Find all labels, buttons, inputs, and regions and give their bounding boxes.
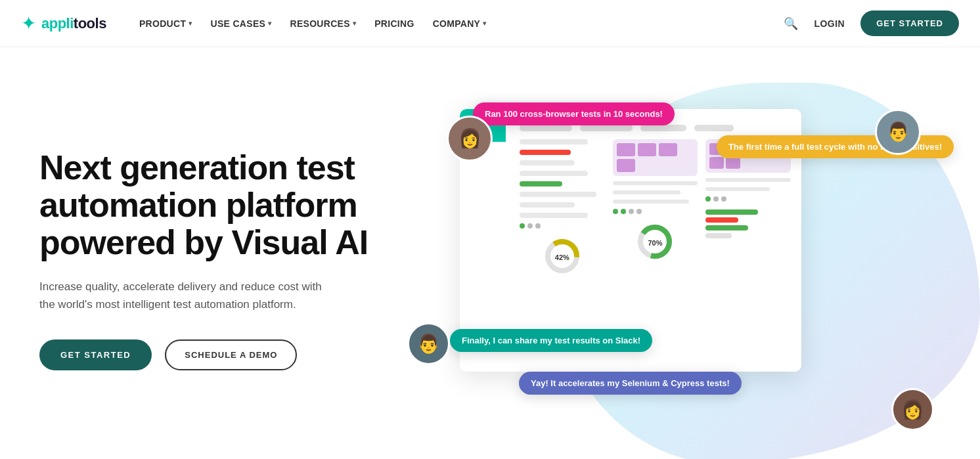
nav-right: 🔍 LOGIN GET STARTED	[784, 11, 959, 36]
logo-icon: ✦	[21, 12, 36, 34]
search-icon[interactable]: 🔍	[784, 16, 798, 31]
logo-link[interactable]: ✦ applitools	[21, 12, 106, 34]
hero-get-started-button[interactable]: GET STARTED	[39, 339, 152, 370]
chevron-down-icon: ▾	[268, 20, 271, 27]
chevron-down-icon: ▾	[483, 20, 486, 27]
mock-tab-3	[640, 125, 686, 131]
donut-chart-1: 42%	[520, 236, 605, 261]
nav-item-resources[interactable]: RESOURCES ▾	[283, 14, 363, 33]
chevron-down-icon: ▾	[189, 20, 192, 27]
hero-right: Ran 100 cross-browser tests in 10 second…	[407, 96, 941, 424]
mock-col-2: 70%	[613, 139, 698, 355]
mock-tab-1	[520, 125, 572, 131]
donut-chart-2: 70%	[613, 222, 698, 247]
mock-card-a	[613, 139, 698, 176]
nav-item-pricing[interactable]: PRICING	[368, 14, 420, 33]
avatar-man-glasses: 👨	[407, 322, 450, 365]
mock-columns: 42%	[520, 139, 791, 355]
login-button[interactable]: LOGIN	[814, 18, 845, 29]
bubble-cross-browser: Ran 100 cross-browser tests in 10 second…	[473, 102, 675, 125]
mock-col-3	[705, 139, 791, 355]
hero-schedule-demo-button[interactable]: SCHEDULE A DEMO	[165, 339, 297, 370]
nav-item-product[interactable]: PRODUCT ▾	[133, 14, 199, 33]
navbar: ✦ applitools PRODUCT ▾ USE CASES ▾ RESOU…	[0, 0, 980, 47]
avatar-woman-bottom: 👩	[891, 388, 934, 431]
hero-subtitle: Increase quality, accelerate delivery an…	[39, 278, 322, 313]
donut-2-label: 70%	[648, 239, 662, 247]
mock-tab-4	[694, 125, 734, 131]
mock-dots-1	[520, 223, 605, 229]
hero-buttons: GET STARTED SCHEDULE A DEMO	[39, 339, 381, 370]
chevron-down-icon: ▾	[353, 20, 356, 27]
logo-text: applitools	[41, 15, 106, 32]
mock-tab-2	[580, 125, 633, 131]
mock-bar-chart	[705, 209, 791, 238]
hero-section: Next generation test automation platform…	[0, 47, 980, 459]
mock-tabs	[520, 125, 791, 131]
nav-get-started-button[interactable]: GET STARTED	[860, 11, 959, 36]
nav-item-company[interactable]: COMPANY ▾	[426, 14, 493, 33]
bubble-slack: Finally, I can share my test results on …	[450, 329, 652, 352]
mock-dots-2	[613, 209, 698, 214]
mock-col-1: 42%	[520, 139, 605, 355]
nav-links: PRODUCT ▾ USE CASES ▾ RESOURCES ▾ PRICIN…	[133, 14, 784, 33]
bubble-selenium: Yay! It accelerates my Selenium & Cypres…	[519, 372, 742, 395]
avatar-man-top: 👨	[875, 109, 921, 155]
mock-dots-3	[705, 196, 791, 202]
avatar-woman-glasses: 👩	[447, 116, 493, 162]
nav-item-use-cases[interactable]: USE CASES ▾	[204, 14, 278, 33]
hero-left: Next generation test automation platform…	[39, 149, 381, 370]
donut-1-label: 42%	[555, 253, 569, 261]
hero-title: Next generation test automation platform…	[39, 149, 381, 262]
